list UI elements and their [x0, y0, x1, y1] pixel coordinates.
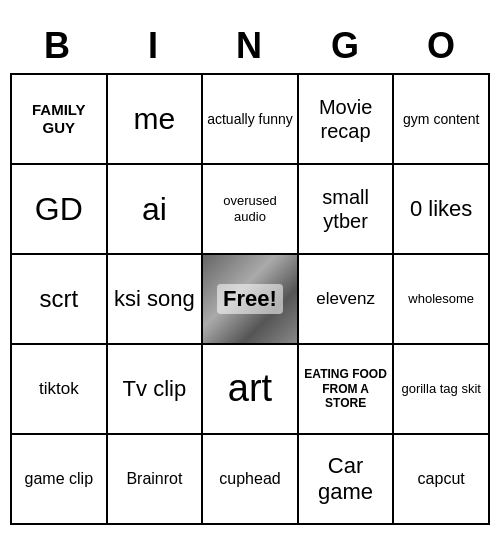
cell-20: game clip [12, 435, 108, 525]
bingo-grid: FAMILY GUY me actually funny Movie recap… [10, 73, 490, 525]
cell-1: me [108, 75, 204, 165]
header-g: G [298, 19, 394, 73]
cell-15: tiktok [12, 345, 108, 435]
bingo-card: B I N G O FAMILY GUY me actually funny M… [10, 19, 490, 525]
cell-22: cuphead [203, 435, 299, 525]
cell-14: wholesome [394, 255, 490, 345]
header-n: N [202, 19, 298, 73]
cell-free: Free! [203, 255, 299, 345]
cell-19: gorilla tag skit [394, 345, 490, 435]
cell-2: actually funny [203, 75, 299, 165]
cell-0: FAMILY GUY [12, 75, 108, 165]
cell-6: ai [108, 165, 204, 255]
cell-21: Brainrot [108, 435, 204, 525]
header-o: O [394, 19, 490, 73]
cell-13: elevenz [299, 255, 395, 345]
header-b: B [10, 19, 106, 73]
cell-11: ksi song [108, 255, 204, 345]
cell-24: capcut [394, 435, 490, 525]
cell-10: scrt [12, 255, 108, 345]
header-i: I [106, 19, 202, 73]
cell-17: art [203, 345, 299, 435]
cell-8: small ytber [299, 165, 395, 255]
cell-3: Movie recap [299, 75, 395, 165]
cell-9: 0 likes [394, 165, 490, 255]
cell-5: GD [12, 165, 108, 255]
cell-4: gym content [394, 75, 490, 165]
cell-7: overused audio [203, 165, 299, 255]
bingo-header: B I N G O [10, 19, 490, 73]
free-label: Free! [217, 284, 283, 314]
cell-18: EATING FOOD FROM A STORE [299, 345, 395, 435]
cell-16: Tv clip [108, 345, 204, 435]
cell-23: Car game [299, 435, 395, 525]
